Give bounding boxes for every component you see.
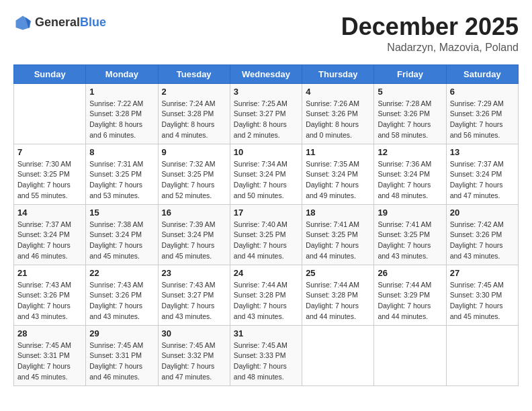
calendar-cell: 25 Sunrise: 7:44 AM Sunset: 3:28 PM Dayl…: [302, 265, 374, 325]
calendar-cell: 22 Sunrise: 7:43 AM Sunset: 3:26 PM Dayl…: [86, 265, 158, 325]
calendar-cell: 7 Sunrise: 7:30 AM Sunset: 3:25 PM Dayli…: [14, 144, 86, 204]
calendar-cell: 2 Sunrise: 7:24 AM Sunset: 3:28 PM Dayli…: [158, 83, 230, 144]
day-info: Sunrise: 7:36 AM Sunset: 3:24 PM Dayligh…: [378, 159, 442, 201]
calendar-cell: 18 Sunrise: 7:41 AM Sunset: 3:25 PM Dayl…: [302, 204, 374, 265]
day-number: 10: [234, 147, 298, 157]
daylight: Daylight: 7 hours and 43 minutes.: [450, 241, 503, 260]
calendar-cell: 16 Sunrise: 7:39 AM Sunset: 3:24 PM Dayl…: [158, 204, 230, 265]
day-info: Sunrise: 7:43 AM Sunset: 3:26 PM Dayligh…: [89, 280, 154, 322]
day-number: 21: [17, 268, 82, 278]
calendar-cell: 21 Sunrise: 7:43 AM Sunset: 3:26 PM Dayl…: [14, 265, 86, 325]
sunrise: Sunrise: 7:45 AM: [89, 341, 143, 349]
day-number: 9: [162, 147, 226, 157]
daylight: Daylight: 7 hours and 43 minutes.: [378, 241, 431, 260]
sunrise: Sunrise: 7:38 AM: [89, 220, 143, 228]
sunset: Sunset: 3:30 PM: [450, 291, 502, 299]
sunset: Sunset: 3:28 PM: [306, 291, 358, 299]
week-row-5: 28 Sunrise: 7:45 AM Sunset: 3:31 PM Dayl…: [14, 325, 519, 385]
sunset: Sunset: 3:32 PM: [162, 351, 214, 359]
calendar-cell: 8 Sunrise: 7:31 AM Sunset: 3:25 PM Dayli…: [86, 144, 158, 204]
calendar-cell: 4 Sunrise: 7:26 AM Sunset: 3:26 PM Dayli…: [302, 83, 374, 144]
day-number: 11: [306, 147, 370, 157]
day-number: 15: [89, 208, 154, 218]
daylight: Daylight: 7 hours and 55 minutes.: [17, 181, 71, 199]
weekday-header-saturday: Saturday: [446, 64, 518, 83]
day-info: Sunrise: 7:45 AM Sunset: 3:31 PM Dayligh…: [17, 340, 82, 383]
sunrise: Sunrise: 7:37 AM: [17, 220, 71, 228]
daylight: Daylight: 7 hours and 53 minutes.: [89, 181, 142, 199]
sunset: Sunset: 3:31 PM: [89, 351, 142, 359]
weekday-header-wednesday: Wednesday: [230, 64, 302, 83]
week-row-2: 7 Sunrise: 7:30 AM Sunset: 3:25 PM Dayli…: [14, 144, 519, 204]
day-number: 12: [378, 147, 442, 157]
day-number: 18: [306, 208, 370, 218]
daylight: Daylight: 7 hours and 43 minutes.: [17, 302, 71, 320]
day-number: 3: [234, 87, 298, 97]
calendar-cell: 3 Sunrise: 7:25 AM Sunset: 3:27 PM Dayli…: [230, 83, 302, 144]
sunset: Sunset: 3:24 PM: [89, 230, 142, 238]
sunrise: Sunrise: 7:42 AM: [450, 220, 504, 228]
calendar-cell: 23 Sunrise: 7:43 AM Sunset: 3:27 PM Dayl…: [158, 265, 230, 325]
sunrise: Sunrise: 7:29 AM: [450, 99, 504, 107]
calendar-cell: 29 Sunrise: 7:45 AM Sunset: 3:31 PM Dayl…: [86, 325, 158, 385]
daylight: Daylight: 8 hours and 6 minutes.: [89, 120, 142, 139]
daylight: Daylight: 7 hours and 44 minutes.: [306, 302, 359, 320]
calendar-cell: 20 Sunrise: 7:42 AM Sunset: 3:26 PM Dayl…: [446, 204, 518, 265]
sunrise: Sunrise: 7:32 AM: [162, 160, 216, 168]
calendar-cell: [302, 325, 374, 385]
sunset: Sunset: 3:26 PM: [450, 230, 502, 238]
sunrise: Sunrise: 7:45 AM: [17, 341, 71, 349]
day-info: Sunrise: 7:44 AM Sunset: 3:28 PM Dayligh…: [234, 280, 298, 322]
calendar-header: SundayMondayTuesdayWednesdayThursdayFrid…: [14, 64, 519, 83]
sunset: Sunset: 3:29 PM: [378, 291, 430, 299]
calendar-cell: 9 Sunrise: 7:32 AM Sunset: 3:25 PM Dayli…: [158, 144, 230, 204]
calendar-cell: 6 Sunrise: 7:29 AM Sunset: 3:26 PM Dayli…: [446, 83, 518, 144]
sunrise: Sunrise: 7:44 AM: [234, 281, 287, 289]
calendar-cell: 12 Sunrise: 7:36 AM Sunset: 3:24 PM Dayl…: [374, 144, 446, 204]
daylight: Daylight: 7 hours and 47 minutes.: [162, 362, 215, 381]
weekday-header-monday: Monday: [86, 64, 158, 83]
logo-text: General Blue: [35, 16, 106, 30]
logo-icon: [13, 13, 32, 32]
calendar-cell: 1 Sunrise: 7:22 AM Sunset: 3:28 PM Dayli…: [86, 83, 158, 144]
sunset: Sunset: 3:27 PM: [162, 291, 214, 299]
sunset: Sunset: 3:27 PM: [234, 109, 286, 118]
daylight: Daylight: 7 hours and 58 minutes.: [378, 120, 431, 139]
sunset: Sunset: 3:24 PM: [17, 230, 70, 238]
day-number: 26: [378, 268, 442, 278]
day-info: Sunrise: 7:40 AM Sunset: 3:25 PM Dayligh…: [234, 220, 298, 262]
day-number: 24: [234, 268, 298, 278]
day-info: Sunrise: 7:39 AM Sunset: 3:24 PM Dayligh…: [162, 220, 226, 262]
day-number: 5: [378, 87, 442, 97]
sunrise: Sunrise: 7:34 AM: [234, 160, 287, 168]
calendar-cell: 15 Sunrise: 7:38 AM Sunset: 3:24 PM Dayl…: [86, 204, 158, 265]
sunrise: Sunrise: 7:45 AM: [162, 341, 216, 349]
sunrise: Sunrise: 7:24 AM: [162, 99, 216, 107]
day-number: 22: [89, 268, 154, 278]
sunset: Sunset: 3:26 PM: [17, 291, 70, 299]
day-number: 16: [162, 208, 226, 218]
sunset: Sunset: 3:25 PM: [162, 170, 214, 178]
sunrise: Sunrise: 7:41 AM: [306, 220, 359, 228]
calendar-cell: 10 Sunrise: 7:34 AM Sunset: 3:24 PM Dayl…: [230, 144, 302, 204]
day-info: Sunrise: 7:45 AM Sunset: 3:30 PM Dayligh…: [450, 280, 515, 322]
sunset: Sunset: 3:24 PM: [306, 170, 358, 178]
sunrise: Sunrise: 7:39 AM: [162, 220, 216, 228]
sunrise: Sunrise: 7:45 AM: [234, 341, 287, 349]
calendar-cell: 5 Sunrise: 7:28 AM Sunset: 3:26 PM Dayli…: [374, 83, 446, 144]
sunset: Sunset: 3:28 PM: [89, 109, 142, 118]
sunrise: Sunrise: 7:22 AM: [89, 99, 143, 107]
day-number: 27: [450, 268, 515, 278]
day-number: 31: [234, 328, 298, 338]
daylight: Daylight: 7 hours and 44 minutes.: [378, 302, 431, 320]
daylight: Daylight: 7 hours and 44 minutes.: [234, 241, 287, 260]
day-number: 28: [17, 328, 82, 338]
day-number: 13: [450, 147, 515, 157]
calendar-cell: [446, 325, 518, 385]
daylight: Daylight: 7 hours and 46 minutes.: [17, 241, 71, 260]
day-number: 7: [17, 147, 82, 157]
logo-blue: Blue: [80, 16, 106, 30]
sunset: Sunset: 3:25 PM: [378, 230, 430, 238]
sunrise: Sunrise: 7:25 AM: [234, 99, 287, 107]
day-number: 23: [162, 268, 226, 278]
